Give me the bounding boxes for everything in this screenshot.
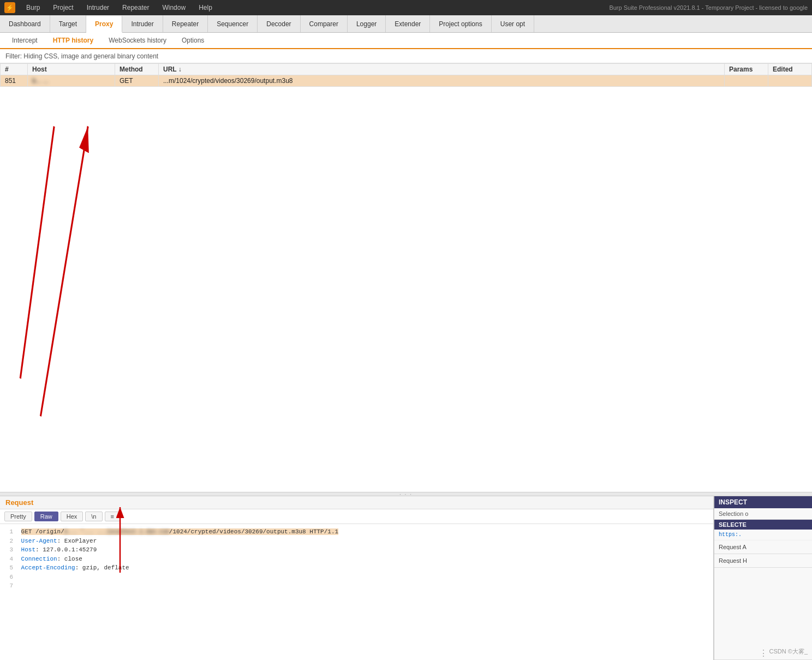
tab-extender[interactable]: Extender <box>386 15 430 32</box>
header-host-value: 127.0.0.1:45279 <box>43 546 97 553</box>
table-header-row: # Host Method URL ↓ Params Edited <box>1 64 812 75</box>
col-header-num[interactable]: # <box>1 64 28 75</box>
subtab-http-history[interactable]: HTTP history <box>45 33 101 49</box>
col-header-host[interactable]: Host <box>28 64 115 75</box>
line-num-1: 1 <box>5 527 13 537</box>
inspector-panel: INSPECT Selection o SELECTE https:. Requ… <box>714 496 812 660</box>
menu-intruder[interactable]: Intruder <box>85 3 111 13</box>
request-line-2: 2 User-Agent: ExoPlayer <box>5 537 708 546</box>
col-header-url[interactable]: URL ↓ <box>159 64 725 75</box>
col-header-edited[interactable]: Edited <box>768 64 812 75</box>
app-title: Burp Suite Professional v2021.8.1 - Temp… <box>609 4 808 11</box>
tab-decoder[interactable]: Decoder <box>258 15 300 32</box>
tab-pretty[interactable]: Pretty <box>4 512 32 521</box>
tab-comparer[interactable]: Comparer <box>301 15 348 32</box>
cell-host: b... ... <box>28 75 115 87</box>
table-row[interactable]: 851 b... ... GET ...m/1024/crypted/video… <box>1 75 812 87</box>
request-panel-tabs: Pretty Raw Hex \n ≡ <box>0 509 713 524</box>
col-header-params[interactable]: Params <box>725 64 768 75</box>
line-num-5: 5 <box>5 563 13 573</box>
header-sep2: : <box>35 546 43 553</box>
request-line-6: 6 <box>5 573 708 582</box>
history-table-pane: # Host Method URL ↓ Params Edited 851 b.… <box>0 63 812 492</box>
request-method: GET /origin/b... '... ...localhost.1.dan… <box>21 528 339 535</box>
cell-params <box>725 75 768 87</box>
subtab-websockets-history[interactable]: WebSockets history <box>101 33 174 49</box>
tab-logger[interactable]: Logger <box>348 15 386 32</box>
cell-num: 851 <box>1 75 28 87</box>
request-panel-title: Request <box>0 496 713 509</box>
filter-text: Filter: Hiding CSS, image and general bi… <box>5 52 158 60</box>
watermark: CSDN ©大雾_ <box>769 647 808 656</box>
request-line-5: 5 Accept-Encoding: gzip, deflate <box>5 563 708 573</box>
split-container: # Host Method URL ↓ Params Edited 851 b.… <box>0 63 812 660</box>
header-user-agent-value: ExoPlayer <box>64 538 97 544</box>
title-bar: ⚡ Burp Project Intruder Repeater Window … <box>0 0 812 15</box>
line-num-6: 6 <box>5 573 13 582</box>
main-tab-bar: Dashboard Target Proxy Intruder Repeater… <box>0 15 812 33</box>
header-host-name: Host <box>21 546 35 553</box>
resize-handle[interactable]: · · · <box>0 492 812 496</box>
line-num-4: 4 <box>5 555 13 564</box>
menu-help[interactable]: Help <box>196 3 214 13</box>
cell-url: ...m/1024/crypted/videos/30269/output.m3… <box>159 75 725 87</box>
header-sep4: : <box>75 564 82 571</box>
tab-repeater[interactable]: Repeater <box>163 15 208 32</box>
sub-tab-bar: Intercept HTTP history WebSockets histor… <box>0 33 812 49</box>
request-line-1: 1 GET /origin/b... '... ...localhost.1.d… <box>5 527 708 537</box>
request-line-7: 7 <box>5 581 708 591</box>
col-header-method[interactable]: Method <box>115 64 159 75</box>
tab-menu[interactable]: ≡ <box>105 512 120 521</box>
inspector-title: INSPECT <box>714 496 812 508</box>
annotation-arrows <box>0 63 812 492</box>
lower-pane: Request Pretty Raw Hex \n ≡ 1 GET /origi… <box>0 496 812 660</box>
request-line-4: 4 Connection: close <box>5 555 708 564</box>
svg-line-2 <box>20 126 54 378</box>
tab-proxy[interactable]: Proxy <box>86 16 122 33</box>
subtab-intercept[interactable]: Intercept <box>4 33 45 49</box>
menu-repeater[interactable]: Repeater <box>120 3 151 13</box>
tab-raw[interactable]: Raw <box>34 512 58 521</box>
inspector-request-h[interactable]: Request H <box>714 554 812 568</box>
inspector-request-a[interactable]: Request A <box>714 540 812 554</box>
cell-method: GET <box>115 75 159 87</box>
tab-project-options[interactable]: Project options <box>430 15 491 32</box>
header-conn-value: close <box>64 556 82 562</box>
cell-edited <box>768 75 812 87</box>
tab-target[interactable]: Target <box>50 15 86 32</box>
inspector-spacer <box>714 568 812 647</box>
inspector-selection-label: Selection o <box>714 508 812 520</box>
tab-dashboard[interactable]: Dashboard <box>0 15 50 32</box>
header-encoding-name: Accept-Encoding <box>21 564 75 571</box>
inspector-selected-value: https:. <box>714 530 812 540</box>
app-logo: ⚡ <box>4 2 15 13</box>
line-num-7: 7 <box>5 581 13 591</box>
subtab-options[interactable]: Options <box>174 33 212 49</box>
line-num-3: 3 <box>5 545 13 555</box>
header-conn-name: Connection <box>21 556 57 562</box>
inspector-selected-label: SELECTE <box>714 520 812 530</box>
header-user-agent-name: User-Agent <box>21 538 57 544</box>
header-sep: : <box>57 538 64 544</box>
header-sep3: : <box>57 556 64 562</box>
tab-user-options[interactable]: User opt <box>492 15 534 32</box>
filter-bar[interactable]: Filter: Hiding CSS, image and general bi… <box>0 49 812 63</box>
tab-intruder[interactable]: Intruder <box>122 15 163 32</box>
menu-burp[interactable]: Burp <box>24 3 42 13</box>
header-encoding-value: gzip, deflate <box>82 564 129 571</box>
history-table: # Host Method URL ↓ Params Edited 851 b.… <box>0 63 812 87</box>
request-panel: Request Pretty Raw Hex \n ≡ 1 GET /origi… <box>0 496 714 660</box>
menu-project[interactable]: Project <box>51 3 75 13</box>
line-num-2: 2 <box>5 537 13 546</box>
request-content: 1 GET /origin/b... '... ...localhost.1.d… <box>0 524 713 660</box>
svg-line-1 <box>40 126 88 416</box>
menu-window[interactable]: Window <box>160 3 188 13</box>
tab-sequencer[interactable]: Sequencer <box>208 15 258 32</box>
tab-newline[interactable]: \n <box>85 512 102 521</box>
tab-hex[interactable]: Hex <box>61 512 83 521</box>
request-line-3: 3 Host: 127.0.0.1:45279 <box>5 545 708 555</box>
